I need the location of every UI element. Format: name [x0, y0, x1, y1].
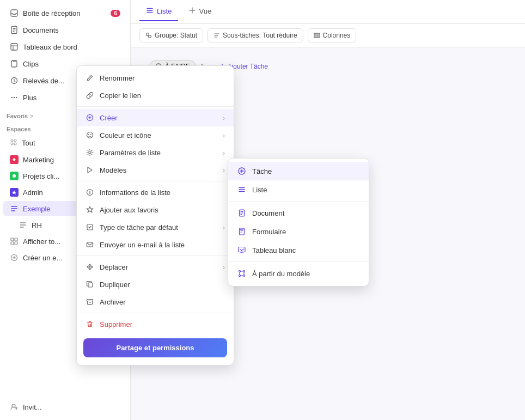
- divider-2: [77, 181, 234, 181]
- sidebar-item-documents[interactable]: Documents: [3, 22, 127, 38]
- deplacer-label: Déplacer: [100, 263, 128, 271]
- menu-item-task-type[interactable]: Type de tâche par défaut ›: [77, 218, 234, 236]
- sidebar-item-inbox[interactable]: Boîte de réception 6: [3, 5, 127, 21]
- sub-divider-1: [228, 201, 369, 202]
- info-label: Informations de la liste: [100, 188, 170, 197]
- svg-point-19: [146, 33, 149, 36]
- divider-3: [77, 255, 234, 256]
- menu-item-renommer[interactable]: Renommer: [77, 69, 234, 87]
- template-icon: [86, 166, 94, 174]
- menu-item-archiver[interactable]: Archiver: [77, 293, 234, 311]
- invite-label: Invit...: [23, 403, 42, 411]
- dupliquer-label: Dupliquer: [100, 281, 130, 289]
- copier-label: Copier le lien: [100, 92, 141, 100]
- espaces-label: Espaces: [7, 126, 31, 132]
- divider-1: [77, 106, 234, 107]
- svg-point-10: [11, 143, 13, 145]
- menu-item-copier[interactable]: Copier le lien: [77, 87, 234, 104]
- sous-taches-btn[interactable]: Sous-tâches: Tout réduire: [207, 28, 303, 42]
- tab-vue[interactable]: Vue: [182, 3, 218, 21]
- sub-divider-2: [228, 261, 369, 262]
- sub-menu-item-document[interactable]: Document: [228, 204, 369, 222]
- creer-arrow: ›: [223, 114, 225, 122]
- menu-item-creer[interactable]: Créer ›: [77, 109, 234, 126]
- favoris-ctx-label: Ajouter aux favoris: [100, 206, 158, 214]
- sub-menu-item-liste[interactable]: Liste: [228, 180, 369, 199]
- more-icon: [10, 93, 19, 102]
- svg-rect-37: [241, 229, 243, 230]
- documents-label: Documents: [23, 26, 59, 34]
- modeles-label: Modèles: [100, 166, 126, 174]
- doc-icon: [10, 26, 19, 34]
- menu-item-info[interactable]: Informations de la liste: [77, 184, 234, 201]
- menu-item-supprimer[interactable]: Supprimer: [77, 315, 234, 333]
- sub-menu-item-modele[interactable]: À partir du modèle: [228, 264, 369, 283]
- mail-icon: [86, 240, 94, 249]
- favoris-label: Favoris: [7, 113, 28, 119]
- context-menu: Renommer Copier le lien Créer › Couleur …: [76, 65, 234, 366]
- formulaire-sub-label: Formulaire: [252, 228, 286, 236]
- document-sub-icon: [237, 208, 247, 218]
- couleur-label: Couleur et icône: [100, 131, 151, 139]
- sidebar-item-invite[interactable]: Invit...: [3, 399, 127, 415]
- share-permissions-btn[interactable]: Partage et permissions: [83, 338, 227, 357]
- main-toolbar: Groupe: Statut Sous-tâches: Tout réduire…: [131, 24, 525, 47]
- svg-point-27: [90, 134, 91, 135]
- menu-item-favoris[interactable]: Ajouter aux favoris: [77, 201, 234, 218]
- star-icon: [86, 205, 94, 214]
- tab-liste[interactable]: Liste: [139, 2, 178, 21]
- svg-rect-13: [11, 238, 14, 241]
- admin-label: Admin: [23, 188, 43, 197]
- colonnes-label: Colonnes: [323, 32, 351, 39]
- svg-rect-14: [15, 238, 17, 241]
- projets-dot: [10, 172, 19, 180]
- svg-rect-31: [87, 242, 93, 247]
- sub-menu-item-formulaire[interactable]: Formulaire: [228, 222, 369, 241]
- menu-item-deplacer[interactable]: Déplacer ›: [77, 258, 234, 276]
- clock-icon: [10, 76, 19, 85]
- svg-point-11: [14, 143, 16, 145]
- exemple-icon: [10, 204, 19, 213]
- tache-label: Tâche: [252, 167, 272, 175]
- creer-ctx-label: Créer: [100, 114, 118, 122]
- sidebar-item-tableaux[interactable]: Tableaux de bord: [3, 39, 127, 55]
- clips-icon: [10, 59, 19, 68]
- svg-point-8: [11, 139, 13, 142]
- task-type-arrow: ›: [223, 223, 225, 232]
- email-label: Envoyer un e-mail à la liste: [100, 241, 185, 249]
- groupe-statut-btn[interactable]: Groupe: Statut: [139, 28, 203, 42]
- favoris-arrow: >: [30, 113, 33, 119]
- sub-menu-item-tache[interactable]: Tâche: [228, 162, 369, 180]
- task-type-label: Type de tâche par défaut: [100, 223, 178, 232]
- tab-liste-label: Liste: [157, 7, 172, 15]
- liste-icon: [146, 7, 154, 16]
- marketing-dot: [10, 155, 19, 164]
- menu-item-dupliquer[interactable]: Dupliquer: [77, 276, 234, 293]
- colonnes-btn[interactable]: Colonnes: [308, 28, 357, 42]
- menu-item-modeles[interactable]: Modèles ›: [77, 161, 234, 179]
- archive-icon: [86, 297, 94, 306]
- svg-point-20: [149, 35, 151, 38]
- svg-point-6: [14, 97, 15, 98]
- svg-point-5: [11, 97, 13, 98]
- vue-plus-icon: [189, 7, 196, 15]
- menu-item-params[interactable]: Paramètres de liste ›: [77, 144, 234, 161]
- task-type-icon: [86, 223, 94, 232]
- marketing-label: Marketing: [23, 156, 54, 164]
- svg-rect-38: [239, 247, 245, 252]
- sub-menu-item-tableau[interactable]: Tableau blanc: [228, 241, 369, 259]
- main-header: Liste Vue: [131, 0, 525, 24]
- svg-point-26: [88, 134, 89, 135]
- svg-rect-16: [15, 242, 17, 245]
- menu-item-couleur[interactable]: Couleur et icône ›: [77, 126, 234, 144]
- archiver-label: Archiver: [100, 298, 126, 306]
- inbox-badge: 6: [111, 10, 120, 17]
- modeles-arrow: ›: [223, 166, 225, 174]
- menu-item-email[interactable]: Envoyer un e-mail à la liste: [77, 236, 234, 253]
- invite-icon: [10, 403, 19, 411]
- params-label: Paramètres de liste: [100, 149, 161, 157]
- whiteboard-sub-icon: [237, 245, 247, 255]
- svg-rect-21: [314, 33, 316, 38]
- copy-icon: [86, 280, 94, 289]
- link-icon: [86, 91, 94, 100]
